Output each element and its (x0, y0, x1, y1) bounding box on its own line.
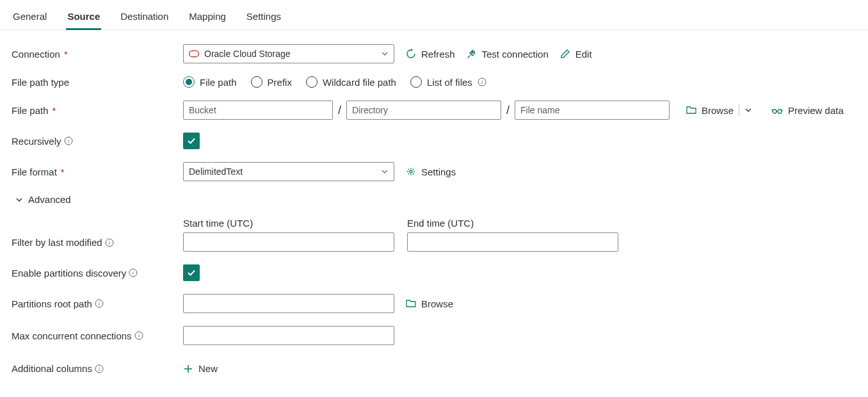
label-enable-partitions: Enable partitions discovery i (12, 268, 183, 279)
svg-text:i: i (99, 366, 100, 372)
row-file-path: File path * / / Browse (12, 101, 856, 120)
label-additional-columns: Additional columns i (12, 363, 183, 374)
file-name-input[interactable] (515, 101, 670, 120)
radio-list-of-files[interactable]: List of files i (410, 76, 486, 88)
info-icon[interactable]: i (95, 364, 104, 373)
info-icon[interactable]: i (134, 331, 143, 340)
test-connection-button[interactable]: Test connection (467, 49, 549, 60)
browse-partitions-button[interactable]: Browse (406, 298, 453, 309)
row-partitions-root-path: Partitions root path i Browse (12, 294, 856, 313)
required-asterisk: * (61, 166, 65, 177)
partitions-root-path-input[interactable] (183, 294, 394, 313)
chevron-down-icon (381, 168, 389, 175)
label-end-time: End time (UTC) (407, 218, 618, 229)
new-column-button[interactable]: New (183, 363, 218, 374)
chevron-down-icon (744, 106, 752, 114)
path-separator: / (506, 104, 510, 117)
browse-dropdown-toggle[interactable] (744, 106, 752, 114)
folder-icon (406, 298, 416, 309)
info-icon[interactable]: i (105, 238, 114, 247)
svg-text:i: i (481, 79, 483, 85)
label-file-path: File path * (12, 105, 183, 116)
preview-data-button[interactable]: Preview data (771, 105, 844, 116)
file-format-dropdown[interactable]: DelimitedText (183, 162, 394, 181)
label-connection-text: Connection (12, 49, 60, 60)
bucket-input[interactable] (183, 101, 333, 120)
row-filter-last-modified: Filter by last modified i Start time (UT… (12, 218, 856, 252)
row-enable-partitions: Enable partitions discovery i (12, 264, 856, 281)
end-time-input[interactable] (407, 232, 618, 252)
label-max-concurrent: Max concurrent connections i (12, 330, 183, 341)
radio-file-path[interactable]: File path (183, 76, 237, 88)
tab-general[interactable]: General (12, 6, 48, 30)
radio-wildcard[interactable]: Wildcard file path (306, 76, 396, 88)
svg-rect-0 (189, 51, 199, 56)
row-additional-columns: Additional columns i New (12, 363, 856, 374)
row-advanced: Advanced (12, 194, 856, 205)
browse-partitions-label: Browse (421, 298, 453, 309)
svg-text:i: i (99, 300, 100, 307)
label-filter-last-modified: Filter by last modified i (12, 237, 183, 252)
label-max-concurrent-text: Max concurrent connections (12, 330, 132, 341)
chevron-down-icon (15, 196, 23, 204)
label-file-format: File format * (12, 166, 183, 177)
edit-label: Edit (575, 49, 592, 60)
advanced-label: Advanced (28, 194, 71, 205)
label-enable-partitions-text: Enable partitions discovery (12, 268, 126, 279)
gear-icon (406, 166, 416, 177)
glasses-icon (771, 106, 783, 115)
label-recursively: Recursively i (12, 136, 183, 147)
browse-button[interactable]: Browse (686, 105, 734, 116)
label-partitions-root-path: Partitions root path i (12, 298, 183, 309)
radio-prefix[interactable]: Prefix (251, 76, 292, 88)
chevron-down-icon (381, 50, 389, 58)
plus-icon (183, 364, 193, 374)
connection-dropdown[interactable]: Oracle Cloud Storage (183, 44, 394, 63)
label-file-path-text: File path (12, 105, 49, 116)
row-file-format: File format * DelimitedText Settings (12, 162, 856, 181)
recursively-checkbox[interactable] (183, 133, 200, 149)
advanced-toggle[interactable]: Advanced (15, 194, 71, 205)
svg-text:i: i (67, 138, 69, 144)
radio-prefix-label: Prefix (268, 77, 292, 88)
radio-wildcard-label: Wildcard file path (323, 77, 396, 88)
svg-text:i: i (108, 239, 110, 246)
row-recursively: Recursively i (12, 133, 856, 149)
tab-bar: General Source Destination Mapping Setti… (0, 0, 868, 30)
info-icon[interactable]: i (129, 268, 138, 277)
new-column-label: New (198, 363, 218, 374)
required-asterisk: * (52, 105, 56, 116)
edit-button[interactable]: Edit (560, 49, 592, 60)
refresh-button[interactable]: Refresh (406, 49, 455, 60)
label-file-format-text: File format (12, 166, 57, 177)
label-partitions-root-path-text: Partitions root path (12, 298, 92, 309)
format-settings-button[interactable]: Settings (406, 166, 456, 177)
tab-source[interactable]: Source (66, 6, 101, 30)
enable-partitions-checkbox[interactable] (183, 264, 200, 281)
info-icon[interactable]: i (478, 77, 486, 86)
max-concurrent-input[interactable] (183, 326, 394, 345)
connection-value: Oracle Cloud Storage (204, 49, 291, 59)
refresh-label: Refresh (421, 49, 455, 60)
tab-destination[interactable]: Destination (119, 6, 170, 30)
tab-mapping[interactable]: Mapping (188, 6, 227, 30)
label-start-time: Start time (UTC) (183, 218, 394, 229)
checkmark-icon (186, 268, 197, 278)
directory-input[interactable] (346, 101, 501, 120)
info-icon[interactable]: i (95, 299, 104, 308)
checkmark-icon (186, 136, 197, 146)
svg-text:i: i (133, 270, 134, 276)
svg-text:i: i (138, 332, 140, 339)
svg-point-7 (410, 170, 412, 173)
refresh-icon (406, 49, 416, 59)
browse-label: Browse (702, 105, 734, 116)
plug-icon (467, 49, 477, 59)
svg-point-4 (778, 109, 782, 113)
label-recursively-text: Recursively (12, 136, 61, 147)
required-asterisk: * (64, 49, 68, 60)
info-icon[interactable]: i (64, 136, 73, 145)
tab-settings[interactable]: Settings (245, 6, 282, 30)
label-filter-last-modified-text: Filter by last modified (12, 237, 102, 248)
start-time-input[interactable] (183, 232, 394, 252)
source-form: Connection * Oracle Cloud Storage Refres… (0, 30, 868, 397)
